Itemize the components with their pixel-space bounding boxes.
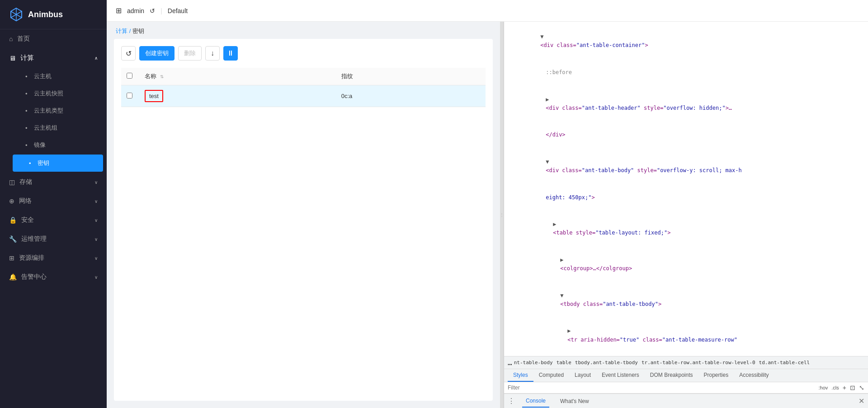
whats-new-tab[interactable]: What's New: [557, 395, 593, 407]
sidebar-item-vm-group-label: 云主机组: [34, 124, 57, 132]
devtools-filter-cls[interactable]: .cls: [831, 385, 839, 390]
row-fingerprint-value: 0c:a: [341, 93, 353, 99]
delete-label: 删除: [184, 49, 196, 57]
row-name-cell: test: [139, 85, 336, 107]
sidebar-item-vm-type[interactable]: • 云主机类型: [9, 102, 107, 119]
grid-icon[interactable]: ⊞: [116, 6, 122, 15]
sidebar-item-vm-snapshot[interactable]: • 云主机快照: [9, 85, 107, 102]
resize-handle[interactable]: ⋮: [500, 22, 504, 408]
breadcrumb-tbody[interactable]: tbody.ant-table-tbody: [575, 360, 638, 366]
tab-event-listeners[interactable]: Event Listeners: [596, 369, 645, 382]
ops-arrow-icon: ∨: [94, 237, 98, 242]
collapse-arrow-tr-measure[interactable]: ▶: [567, 328, 571, 334]
devtools-close-button[interactable]: ✕: [859, 398, 864, 405]
tab-dom-breakpoints[interactable]: DOM Breakpoints: [645, 369, 698, 382]
bullet-icon-vm: •: [25, 73, 28, 80]
dom-line-tr-measure[interactable]: ▶ <tr aria-hidden="true" class="ant-tabl…: [504, 318, 868, 353]
devtools-filter-bar: :hov .cls + ⊡ ⤡: [504, 382, 868, 394]
bullet-icon-keypair: •: [29, 160, 31, 167]
th-name: 名称 ⇅: [139, 68, 336, 85]
create-keypair-button[interactable]: 创建密钥: [139, 46, 175, 61]
tab-layout[interactable]: Layout: [569, 369, 596, 382]
sidebar-item-resource-label: 资源编排: [19, 254, 44, 262]
compute-arrow-icon: ∧: [94, 56, 98, 61]
sidebar-item-alert[interactable]: 🔔 告警中心 ∨: [0, 267, 107, 286]
storage-icon: ◫: [9, 178, 15, 186]
tab-computed-label: Computed: [539, 372, 564, 378]
breadcrumb-table[interactable]: table: [557, 360, 571, 366]
table-body: test 0c:a: [121, 85, 486, 107]
alert-arrow-icon: ∨: [94, 275, 98, 280]
collapse-arrow-body[interactable]: ▼: [546, 159, 549, 165]
tab-accessibility-label: Accessibility: [739, 372, 769, 378]
devtools-filter-plus[interactable]: +: [843, 384, 846, 391]
tab-event-listeners-label: Event Listeners: [602, 372, 639, 378]
devtools-console-more-icon[interactable]: ⋮: [508, 397, 515, 405]
dom-line-div-close[interactable]: </div>: [504, 122, 868, 149]
breadcrumb-table-body[interactable]: nt-table-body: [514, 360, 553, 366]
pause-icon: ⏸: [227, 49, 234, 57]
row-name-link[interactable]: test: [145, 90, 163, 102]
devtools-console-bar: ⋮ Console What's New ✕: [504, 394, 868, 408]
sidebar-item-compute[interactable]: 🖥 计算 ∧: [0, 48, 107, 68]
devtools-filter-hov[interactable]: :hov: [819, 385, 828, 390]
page-content: ↺ 创建密钥 删除 ↓ ⏸: [114, 39, 493, 401]
sidebar-item-network-label: 网络: [19, 197, 32, 205]
collapse-arrow-colgroup[interactable]: ▶: [560, 257, 563, 263]
pause-button[interactable]: ⏸: [223, 46, 238, 61]
collapse-arrow-tbody[interactable]: ▼: [560, 292, 563, 299]
sidebar-item-home[interactable]: ⌂ 首页: [0, 29, 107, 48]
devtools-filter-expand-icon[interactable]: ⤡: [859, 384, 864, 391]
bullet-icon-image: •: [25, 142, 28, 149]
tab-properties[interactable]: Properties: [698, 369, 734, 382]
download-button[interactable]: ↓: [205, 46, 220, 61]
delete-button[interactable]: 删除: [178, 46, 202, 61]
bullet-icon-snapshot: •: [25, 90, 28, 97]
sidebar-item-vm-group[interactable]: • 云主机组: [9, 119, 107, 136]
topbar-refresh-icon[interactable]: ↺: [150, 7, 155, 14]
sidebar-item-vm[interactable]: • 云主机: [9, 68, 107, 85]
collapse-arrow-header[interactable]: ▶: [546, 96, 549, 103]
dom-line-before1[interactable]: ::before: [504, 59, 868, 86]
th-fingerprint-label: 指纹: [341, 73, 353, 80]
devtools-filter-box-icon[interactable]: ⊡: [850, 384, 855, 391]
console-tab[interactable]: Console: [522, 395, 549, 408]
bullet-icon-type: •: [25, 108, 28, 114]
collapse-arrow-1[interactable]: ▼: [540, 33, 543, 40]
breadcrumb-tr[interactable]: tr.ant-table-row.ant-table-row-level-0: [642, 360, 755, 366]
sidebar-item-storage[interactable]: ◫ 存储 ∨: [0, 173, 107, 192]
row-checkbox[interactable]: [127, 93, 132, 98]
breadcrumb-parent[interactable]: 计算: [116, 28, 127, 34]
devtools-more-icon[interactable]: …: [508, 358, 512, 367]
tab-styles[interactable]: Styles: [508, 369, 533, 382]
sidebar-item-vm-type-label: 云主机类型: [34, 107, 63, 115]
sidebar-item-keypair[interactable]: • 密钥: [13, 155, 103, 172]
sidebar-item-resource[interactable]: ⊞ 资源编排 ∨: [0, 249, 107, 267]
dom-line-body-open2[interactable]: eight: 450px;">: [504, 184, 868, 211]
devtools-filter-input[interactable]: [508, 385, 815, 391]
attr-val-1: "ant-table-container": [576, 42, 645, 48]
network-arrow-icon: ∨: [94, 199, 98, 204]
sidebar-item-security[interactable]: 🔒 安全 ∨: [0, 211, 107, 230]
sidebar-item-network[interactable]: ⊕ 网络 ∨: [0, 192, 107, 211]
dom-line-1[interactable]: ▼ <div class="ant-table-container">: [504, 23, 868, 59]
main-area: ⊞ admin ↺ | Default 计算 / 密钥 ↺ 创建密钥: [107, 0, 868, 408]
breadcrumb-td[interactable]: td.ant-table-cell: [759, 360, 810, 366]
tab-computed[interactable]: Computed: [533, 369, 569, 382]
tab-accessibility[interactable]: Accessibility: [734, 369, 774, 382]
sidebar-item-ops[interactable]: 🔧 运维管理 ∨: [0, 230, 107, 249]
tag-header: <div class=: [546, 105, 581, 111]
sidebar-item-image[interactable]: • 镜像: [9, 136, 107, 154]
sort-icon[interactable]: ⇅: [160, 74, 164, 79]
refresh-button[interactable]: ↺: [121, 46, 136, 61]
dom-line-colgroup[interactable]: ▶ <colgroup>…</colgroup>: [504, 247, 868, 282]
collapse-arrow-table[interactable]: ▶: [553, 221, 556, 227]
dom-line-table[interactable]: ▶ <table style="table-layout: fixed;">: [504, 211, 868, 247]
dom-line-tbody[interactable]: ▼ <tbody class="ant-table-tbody">: [504, 282, 868, 318]
dom-line-body-open[interactable]: ▼ <div class="ant-table-body" style="ove…: [504, 149, 868, 184]
left-panel: 计算 / 密钥 ↺ 创建密钥 删除 ↓: [107, 22, 500, 408]
th-fingerprint: 指纹: [336, 68, 486, 85]
dom-line-header[interactable]: ▶ <div class="ant-table-header" style="o…: [504, 86, 868, 122]
table-row[interactable]: test 0c:a: [121, 85, 486, 107]
select-all-checkbox[interactable]: [127, 73, 132, 79]
